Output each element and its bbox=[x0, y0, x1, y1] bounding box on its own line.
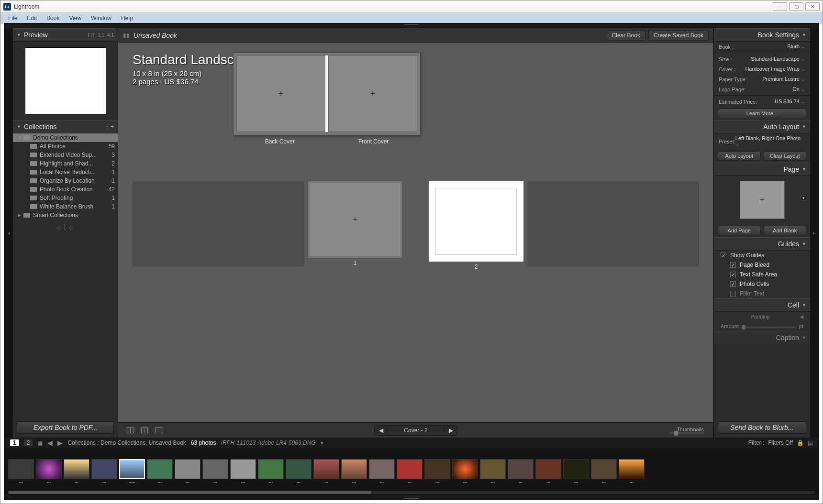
multi-page-view-button[interactable] bbox=[124, 426, 136, 435]
nav-prev-button[interactable]: ◀ bbox=[47, 439, 53, 447]
collection-item[interactable]: Extended Video Sup...3 bbox=[13, 151, 118, 159]
filmstrip-thumb[interactable] bbox=[452, 459, 478, 479]
slider-knob[interactable] bbox=[742, 325, 745, 329]
back-cover-page[interactable]: + bbox=[236, 55, 325, 132]
single-page-view-button[interactable] bbox=[153, 426, 165, 435]
window-minimize-button[interactable]: — bbox=[773, 2, 787, 11]
filmstrip-thumb[interactable] bbox=[508, 459, 534, 479]
bottom-panel-handle[interactable] bbox=[4, 495, 819, 500]
dropdown-icon[interactable]: ▾ bbox=[321, 439, 323, 446]
filmstrip-thumb[interactable] bbox=[619, 459, 645, 479]
secondary-display-badge[interactable]: 2 bbox=[24, 439, 33, 446]
filmstrip-thumb[interactable] bbox=[64, 459, 89, 479]
thumbnail-size-slider[interactable] bbox=[669, 432, 704, 434]
collection-parent-row[interactable]: ▼ Demo Collections bbox=[13, 133, 118, 142]
padding-slider[interactable] bbox=[742, 327, 796, 328]
collection-item[interactable]: Organize By Location1 bbox=[13, 176, 118, 185]
scrollbar-thumb[interactable] bbox=[8, 491, 371, 494]
filmstrip-thumb[interactable] bbox=[313, 459, 339, 479]
collection-add-button[interactable]: + bbox=[111, 123, 114, 130]
preview-panel-header[interactable]: ▼ Preview FIT 1:1 4:1 bbox=[13, 28, 118, 42]
collection-item[interactable]: Soft Proofing1 bbox=[13, 194, 118, 202]
window-maximize-button[interactable]: ▢ bbox=[789, 2, 803, 11]
logo-dropdown[interactable]: On bbox=[792, 86, 805, 92]
auto-layout-header[interactable]: Auto Layout ▼ bbox=[714, 120, 810, 133]
grid-icon[interactable]: ▦ bbox=[37, 439, 43, 446]
right-panel-toggle[interactable]: ▸ bbox=[810, 28, 819, 438]
menu-view[interactable]: View bbox=[64, 14, 86, 22]
filler-text-checkbox[interactable]: ✓Filler Text bbox=[714, 289, 810, 298]
guides-header[interactable]: Guides ▼ bbox=[714, 237, 810, 251]
nav-next-button[interactable]: ▶ bbox=[57, 439, 63, 447]
collection-item[interactable]: All Photos59 bbox=[13, 142, 118, 151]
page-layout-preview[interactable]: + bbox=[740, 181, 785, 219]
menu-help[interactable]: Help bbox=[116, 14, 138, 22]
filter-lock-icon[interactable]: 🔒 bbox=[797, 439, 804, 446]
collection-item[interactable]: Photo Book Creation42 bbox=[13, 185, 118, 194]
filter-dropdown[interactable]: Filters Off bbox=[768, 439, 793, 446]
create-saved-book-button[interactable]: Create Saved Book bbox=[648, 30, 709, 41]
filmstrip-thumb[interactable] bbox=[424, 459, 450, 479]
filmstrip-thumb[interactable] bbox=[397, 459, 423, 479]
learn-more-button[interactable]: Learn More... bbox=[718, 109, 806, 118]
filmstrip-thumb[interactable] bbox=[369, 459, 395, 479]
filmstrip-thumb[interactable] bbox=[8, 459, 34, 479]
prev-page-button[interactable]: ◀ bbox=[375, 426, 387, 435]
preview-thumbnail[interactable] bbox=[25, 47, 106, 114]
preset-dropdown[interactable]: Left Blank, Right One Photo bbox=[735, 135, 805, 147]
spread-view-button[interactable] bbox=[138, 426, 151, 435]
preview-1to1[interactable]: 1:1 bbox=[98, 33, 104, 38]
page-2[interactable] bbox=[429, 181, 523, 262]
next-page-button[interactable]: ▶ bbox=[445, 426, 457, 435]
front-cover-page[interactable]: + bbox=[328, 55, 417, 132]
filmstrip-thumb[interactable] bbox=[591, 459, 617, 479]
preview-fit[interactable]: FIT bbox=[88, 33, 95, 38]
collection-path[interactable]: Collections : Demo Collections, Unsaved … bbox=[67, 439, 186, 446]
auto-layout-button[interactable]: Auto Layout bbox=[718, 151, 761, 161]
paper-dropdown[interactable]: Premium Lustre bbox=[762, 76, 805, 82]
multi-page-view-icon[interactable]: ▮▮ bbox=[123, 32, 130, 39]
collections-panel-header[interactable]: ▼ Collections − + bbox=[13, 120, 118, 133]
filmstrip-thumb[interactable] bbox=[91, 459, 117, 479]
top-panel-handle[interactable] bbox=[4, 23, 819, 28]
export-pdf-button[interactable]: Export Book to PDF... bbox=[17, 421, 114, 434]
filmstrip-thumb[interactable] bbox=[230, 459, 256, 479]
caption-header[interactable]: Caption ▼ bbox=[714, 331, 810, 344]
size-dropdown[interactable]: Standard Landscape bbox=[751, 56, 805, 62]
left-panel-toggle[interactable]: ◂ bbox=[4, 28, 13, 438]
filmstrip-thumb[interactable] bbox=[341, 459, 367, 479]
clear-book-button[interactable]: Clear Book bbox=[607, 30, 645, 41]
show-guides-checkbox[interactable]: ✓Show Guides bbox=[714, 251, 810, 260]
collection-smart-row[interactable]: ▶ Smart Collections bbox=[13, 211, 118, 219]
filter-menu-icon[interactable]: ▤ bbox=[808, 439, 813, 446]
primary-display-badge[interactable]: 1 bbox=[10, 439, 19, 446]
filmstrip-thumb[interactable] bbox=[563, 459, 589, 479]
filmstrip-thumb[interactable] bbox=[202, 459, 228, 479]
text-safe-checkbox[interactable]: ✓Text Safe Area bbox=[714, 270, 810, 279]
page-panel-header[interactable]: Page ▼ bbox=[714, 163, 810, 176]
collection-item[interactable]: Highlight and Shad...2 bbox=[13, 159, 118, 168]
menu-file[interactable]: File bbox=[3, 14, 22, 22]
book-vendor-dropdown[interactable]: Blurb bbox=[787, 44, 805, 50]
menu-book[interactable]: Book bbox=[42, 14, 64, 22]
filmstrip-thumb[interactable] bbox=[147, 459, 173, 479]
clear-layout-button[interactable]: Clear Layout bbox=[764, 151, 807, 161]
collection-item[interactable]: Local Noise Reducti...1 bbox=[13, 168, 118, 176]
menu-edit[interactable]: Edit bbox=[22, 14, 42, 22]
add-blank-button[interactable]: Add Blank bbox=[764, 226, 807, 235]
slider-knob[interactable] bbox=[674, 431, 678, 436]
cover-spread[interactable]: + + bbox=[233, 52, 421, 135]
photo-cells-checkbox[interactable]: ✓Photo Cells bbox=[714, 279, 810, 289]
book-settings-header[interactable]: Book Settings ▼ bbox=[714, 28, 810, 42]
filmstrip-thumb[interactable] bbox=[175, 459, 200, 479]
filmstrip-thumb[interactable] bbox=[258, 459, 284, 479]
collection-item[interactable]: White Balance Brush1 bbox=[13, 202, 118, 211]
cover-dropdown[interactable]: Hardcover Image Wrap bbox=[745, 66, 805, 72]
window-close-button[interactable]: ✕ bbox=[805, 2, 820, 11]
cell-header[interactable]: Cell ▼ bbox=[714, 298, 810, 312]
collection-remove-button[interactable]: − bbox=[105, 123, 109, 130]
filmstrip-thumb[interactable] bbox=[535, 459, 561, 479]
menu-window[interactable]: Window bbox=[86, 14, 116, 22]
page-bleed-checkbox[interactable]: ✓Page Bleed bbox=[714, 260, 810, 270]
page-layout-menu-button[interactable]: ▾ bbox=[801, 195, 806, 201]
